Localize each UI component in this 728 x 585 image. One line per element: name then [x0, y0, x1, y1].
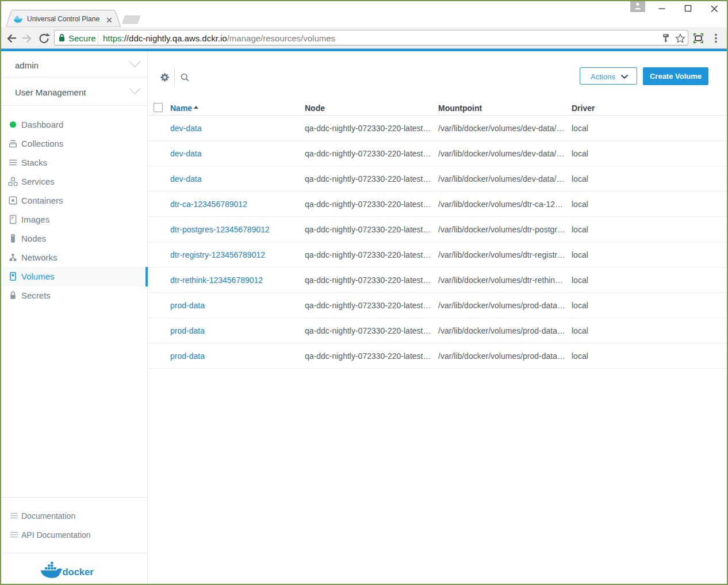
svg-text:docker: docker: [63, 567, 94, 577]
